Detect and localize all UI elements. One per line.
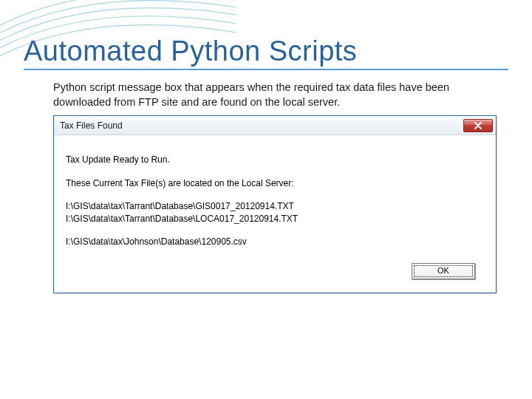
dialog-footer: OK bbox=[66, 263, 484, 288]
message-ready: Tax Update Ready to Run. bbox=[66, 153, 484, 166]
file-path: I:\GIS\data\tax\Tarrant\Database\GIS0017… bbox=[66, 200, 484, 213]
slide-description: Python script message box that appears w… bbox=[24, 81, 508, 109]
file-path: I:\GIS\data\tax\Tarrant\Database\LOCA017… bbox=[66, 213, 484, 225]
dialog-title: Tax Files Found bbox=[60, 120, 123, 131]
slide: Automated Python Scripts Python script m… bbox=[0, 0, 532, 399]
file-path: I:\GIS\data\tax\Johnson\Database\120905.… bbox=[66, 236, 484, 248]
slide-title: Automated Python Scripts bbox=[24, 35, 508, 70]
file-group-johnson: I:\GIS\data\tax\Johnson\Database\120905.… bbox=[66, 236, 484, 248]
dialog-body: Tax Update Ready to Run. These Current T… bbox=[54, 135, 496, 292]
close-button[interactable] bbox=[463, 119, 493, 132]
file-group-tarrant: I:\GIS\data\tax\Tarrant\Database\GIS0017… bbox=[66, 200, 484, 225]
message-located: These Current Tax File(s) are located on… bbox=[66, 177, 484, 190]
close-icon bbox=[474, 119, 482, 132]
message-box: Tax Files Found Tax Update Ready to Run.… bbox=[53, 115, 497, 293]
dialog-titlebar: Tax Files Found bbox=[54, 116, 496, 135]
ok-button-label: OK bbox=[437, 265, 449, 277]
ok-button[interactable]: OK bbox=[412, 263, 475, 279]
